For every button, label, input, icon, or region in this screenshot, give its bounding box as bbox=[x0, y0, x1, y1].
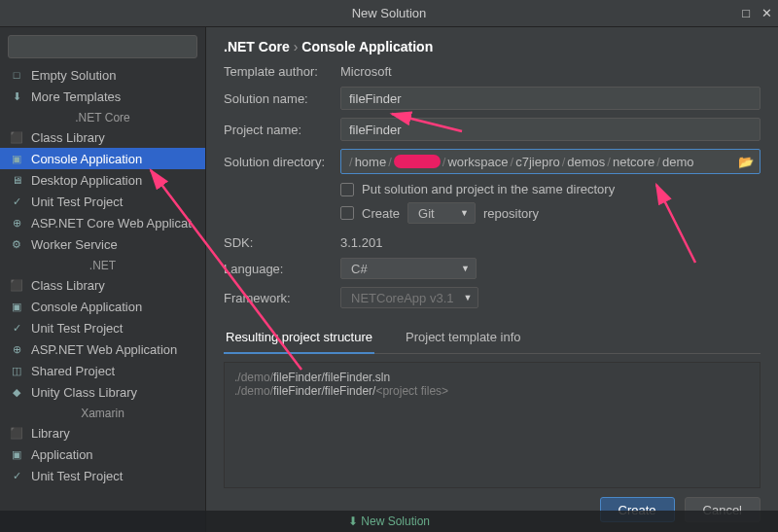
sidebar-item[interactable]: ◫Shared Project bbox=[0, 360, 205, 381]
language-label: Language: bbox=[224, 262, 340, 276]
sidebar-item-label: Class Library bbox=[31, 130, 105, 145]
template-icon: ◆ bbox=[10, 385, 23, 399]
sidebar-item-label: Unity Class Library bbox=[31, 385, 137, 400]
chevron-down-icon: ▼ bbox=[460, 208, 469, 218]
sidebar-item[interactable]: ◆Unity Class Library bbox=[0, 381, 205, 403]
project-name-input[interactable] bbox=[340, 118, 760, 141]
sidebar-item-label: Application bbox=[31, 447, 93, 462]
sidebar-item[interactable]: ⊕ASP.NET Web Application bbox=[0, 338, 205, 360]
framework-label: Framework: bbox=[224, 291, 340, 305]
chevron-down-icon: ▼ bbox=[461, 264, 470, 273]
template-icon: ▣ bbox=[10, 300, 23, 313]
template-icon: ⬇ bbox=[10, 89, 23, 103]
sidebar-item[interactable]: ▣Application bbox=[0, 443, 205, 465]
sidebar-item-label: Console Application bbox=[31, 152, 142, 166]
sidebar-item-label: Shared Project bbox=[31, 364, 115, 378]
sidebar-item-label: Console Application bbox=[31, 300, 142, 314]
author-label: Template author: bbox=[224, 64, 340, 79]
sidebar-item[interactable]: ⊕ASP.NET Core Web Applicat bbox=[0, 212, 205, 233]
template-icon: ✓ bbox=[10, 469, 23, 482]
main-panel: .NET Core›Console Application Template a… bbox=[206, 27, 778, 532]
chevron-down-icon: ▼ bbox=[464, 293, 473, 302]
titlebar: New Solution □ ✕ bbox=[0, 0, 778, 27]
bottom-hint: ⬇ New Solution bbox=[0, 511, 778, 532]
sdk-value: 3.1.201 bbox=[340, 235, 382, 250]
sidebar-item-label: ASP.NET Core Web Applicat bbox=[31, 216, 192, 231]
sidebar-item[interactable]: ⬛Class Library bbox=[0, 126, 205, 148]
breadcrumb: .NET Core›Console Application bbox=[224, 39, 760, 54]
tab-resulting-structure[interactable]: Resulting project structure bbox=[224, 324, 374, 354]
template-icon: ⬛ bbox=[10, 278, 23, 292]
sidebar-item[interactable]: ▣Console Application bbox=[0, 296, 205, 317]
template-icon: ⬛ bbox=[10, 130, 23, 144]
solution-name-input[interactable] bbox=[340, 87, 760, 110]
redacted-segment bbox=[394, 155, 441, 168]
path-segment: c7jiepro bbox=[515, 155, 560, 169]
path-segment: demo bbox=[662, 155, 694, 169]
template-icon: □ bbox=[10, 68, 23, 82]
template-icon: 🖥 bbox=[10, 173, 23, 187]
tab-template-info[interactable]: Project template info bbox=[404, 324, 523, 353]
template-icon: ✓ bbox=[10, 321, 23, 335]
structure-preview: ./demo/fileFinder/fileFinder.sln ./demo/… bbox=[224, 362, 760, 488]
template-icon: ▣ bbox=[10, 152, 23, 165]
template-icon: ▣ bbox=[10, 447, 23, 461]
sidebar-category: .NET bbox=[0, 255, 205, 274]
sidebar-item-label: Unit Test Project bbox=[31, 195, 123, 209]
sidebar-item[interactable]: ⬛Library bbox=[0, 422, 205, 443]
solution-dir-input[interactable]: /home//workspace/c7jiepro/demos/netcore/… bbox=[340, 149, 760, 174]
template-icon: ⬛ bbox=[10, 426, 23, 440]
sidebar-item-label: Library bbox=[31, 426, 70, 441]
repo-suffix: repository bbox=[483, 206, 539, 221]
template-icon: ◫ bbox=[10, 364, 23, 377]
solution-dir-label: Solution directory: bbox=[224, 155, 340, 169]
window-title: New Solution bbox=[352, 6, 427, 20]
sidebar-item[interactable]: ⬛Class Library bbox=[0, 274, 205, 296]
sidebar-item[interactable]: ✓Unit Test Project bbox=[0, 191, 205, 212]
sidebar-item[interactable]: □Empty Solution bbox=[0, 64, 205, 86]
project-name-label: Project name: bbox=[224, 123, 340, 137]
sidebar-item-label: Class Library bbox=[31, 278, 105, 293]
tabs: Resulting project structure Project temp… bbox=[224, 324, 760, 354]
path-segment: workspace bbox=[447, 155, 508, 169]
path-segment: home bbox=[355, 155, 387, 169]
maximize-icon[interactable]: □ bbox=[742, 6, 750, 20]
close-icon[interactable]: ✕ bbox=[761, 6, 772, 20]
sidebar-item-label: Empty Solution bbox=[31, 68, 116, 83]
sidebar-item[interactable]: ⬇More Templates bbox=[0, 86, 205, 107]
sidebar-category: Xamarin bbox=[0, 403, 205, 422]
author-value: Microsoft bbox=[340, 64, 392, 79]
folder-open-icon[interactable]: 📂 bbox=[738, 155, 754, 169]
sidebar-item-label: ASP.NET Web Application bbox=[31, 342, 177, 357]
language-select[interactable]: C#▼ bbox=[340, 258, 477, 279]
sidebar-item[interactable]: ✓Unit Test Project bbox=[0, 317, 205, 338]
sdk-label: SDK: bbox=[224, 235, 340, 250]
sidebar-item-label: More Templates bbox=[31, 89, 121, 104]
sidebar-item-label: Unit Test Project bbox=[31, 469, 123, 483]
sidebar-item[interactable]: ▣Console Application bbox=[0, 148, 205, 169]
sidebar-item[interactable]: 🖥Desktop Application bbox=[0, 169, 205, 191]
sidebar-item-label: Unit Test Project bbox=[31, 321, 123, 336]
search-input[interactable] bbox=[8, 35, 197, 58]
path-segment: demos bbox=[567, 155, 605, 169]
sidebar-item-label: Desktop Application bbox=[31, 173, 142, 188]
same-dir-label: Put solution and project in the same dir… bbox=[362, 182, 615, 196]
framework-select: NETCoreApp v3.1▼ bbox=[340, 287, 478, 308]
sidebar: ⌕ □Empty Solution⬇More Templates.NET Cor… bbox=[0, 27, 206, 532]
create-repo-checkbox[interactable] bbox=[340, 206, 354, 220]
sidebar-item-label: Worker Service bbox=[31, 237, 118, 252]
repo-type-select[interactable]: Git▼ bbox=[407, 202, 476, 224]
create-repo-label: Create bbox=[362, 206, 400, 221]
path-segment: netcore bbox=[613, 155, 654, 169]
template-icon: ✓ bbox=[10, 195, 23, 208]
template-icon: ⊕ bbox=[10, 342, 23, 356]
sidebar-item[interactable]: ⚙Worker Service bbox=[0, 233, 205, 255]
sidebar-category: .NET Core bbox=[0, 107, 205, 126]
solution-name-label: Solution name: bbox=[224, 91, 340, 106]
template-icon: ⚙ bbox=[10, 237, 23, 251]
template-icon: ⊕ bbox=[10, 216, 23, 230]
sidebar-item[interactable]: ✓Unit Test Project bbox=[0, 465, 205, 486]
same-dir-checkbox[interactable] bbox=[340, 183, 354, 196]
